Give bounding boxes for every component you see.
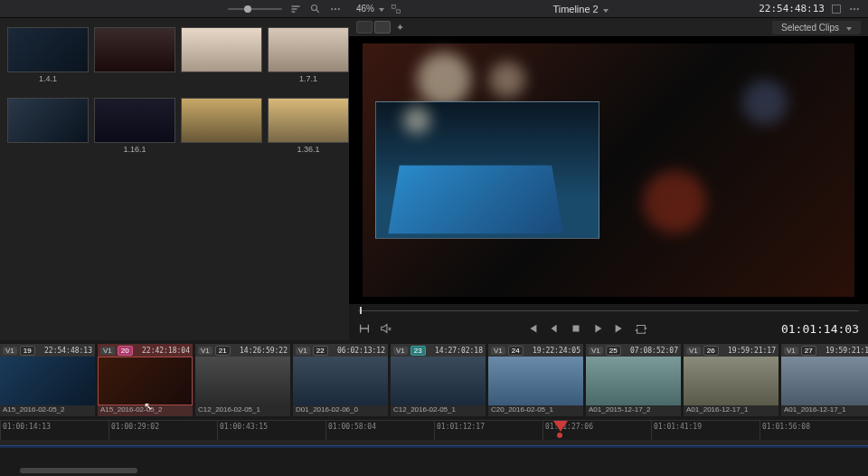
ruler-tick: 01:00:58:04 [326, 421, 434, 440]
clip-thumbnail [488, 357, 583, 405]
filmstrip-clip[interactable]: V1 20 22:42:18:04 A15_2016-02-05_2 [98, 344, 193, 416]
filmstrip-clip[interactable]: V1 25 07:08:52:07 A01_2015-12-17_2 [586, 344, 681, 416]
scrollbar-thumb[interactable] [20, 468, 137, 473]
clip-header: V1 19 22:54:48:13 [0, 344, 95, 357]
clip-thumbnail [586, 357, 681, 405]
expand-viewer-icon[interactable] [390, 3, 402, 15]
play-icon[interactable] [591, 322, 604, 335]
clip-thumbnail [391, 357, 486, 405]
chevron-down-icon [601, 4, 609, 14]
clip-timecode: 06:02:13:12 [337, 347, 385, 355]
clip-header: V1 26 19:59:21:17 [684, 344, 778, 357]
viewer-canvas[interactable] [349, 36, 868, 304]
header-timecode[interactable]: 22:54:48:13 [759, 3, 825, 14]
media-clip[interactable]: 1.4.1 [7, 27, 89, 83]
prev-frame-icon[interactable] [548, 322, 561, 335]
lower-area: V1 19 22:54:48:13 A15_2016-02-05_2 V1 20… [0, 340, 868, 476]
clip-timecode: 19:59:21:17 [826, 347, 868, 355]
svg-point-9 [857, 7, 859, 9]
filmstrip-clip[interactable]: V1 26 19:59:21:17 A01_2016-12-17_1 [684, 344, 778, 416]
clip-timecode: 14:27:02:18 [435, 347, 483, 355]
clip-number: 25 [606, 346, 621, 356]
viewer-panel: 46% Timeline 2 22:54:48:13 ✦ Selected Cl… [349, 0, 868, 340]
clip-header: V1 24 19:22:24:05 [488, 344, 583, 357]
track-badge: V1 [491, 347, 505, 355]
clip-thumbnail [781, 357, 868, 405]
clip-header: V1 20 22:42:18:04 [98, 344, 193, 357]
timeline-ruler[interactable]: 01:00:14:1301:00:29:0201:00:43:1501:00:5… [0, 420, 868, 440]
clip-number: 24 [508, 346, 524, 356]
clip-header: V1 23 14:27:02:18 [391, 344, 486, 357]
clip-filename: A15_2016-02-05_2 [98, 405, 193, 416]
viewer-frame-image [363, 43, 854, 297]
filmstrip-clip[interactable]: V1 23 14:27:02:18 C12_2016-02-05_1 [391, 344, 486, 416]
media-clip[interactable] [181, 27, 262, 83]
fullscreen-icon[interactable] [830, 3, 843, 15]
view-mode-single[interactable] [356, 21, 373, 33]
track-badge: V1 [100, 347, 115, 355]
media-clip[interactable]: 1.7.1 [268, 27, 349, 83]
clip-timecode: 14:26:59:22 [240, 347, 288, 355]
clip-thumbnail [293, 357, 388, 405]
timeline-title[interactable]: Timeline 2 [410, 4, 751, 14]
clip-filename: C12_2016-02-05_1 [195, 405, 290, 416]
clip-timecode: 19:22:24:05 [533, 347, 580, 355]
timeline-scrollbar[interactable] [0, 465, 868, 476]
clip-thumbnail [98, 357, 193, 405]
clip-timecode: 22:54:48:13 [44, 347, 92, 355]
ruler-tick: 01:01:41:19 [651, 421, 760, 440]
filmstrip-clip[interactable]: V1 21 14:26:59:22 C12_2016-02-05_1 [195, 344, 290, 416]
next-frame-icon[interactable] [613, 322, 626, 335]
chevron-down-icon [377, 4, 384, 14]
svg-point-0 [312, 5, 317, 10]
clip-label: 1.16.1 [94, 145, 175, 154]
viewer-options-icon[interactable] [848, 3, 861, 15]
filmstrip-clip[interactable]: V1 24 19:22:24:05 C20_2016-02-05_1 [488, 344, 583, 416]
ruler-tick: 01:01:56:08 [760, 421, 868, 440]
track-badge: V1 [784, 347, 798, 355]
svg-point-2 [335, 7, 336, 9]
clip-number: 20 [118, 346, 133, 356]
loop-icon[interactable] [635, 322, 647, 335]
svg-point-3 [338, 7, 340, 9]
filmstrip-clip[interactable]: V1 27 19:59:21:17 A01_2016-12-17_1 [781, 344, 868, 416]
svg-point-1 [331, 7, 333, 9]
thumbnail-zoom-slider[interactable] [228, 8, 282, 10]
track-badge: V1 [393, 347, 408, 355]
filmstrip-clip[interactable]: V1 19 22:54:48:13 A15_2016-02-05_2 [0, 344, 95, 416]
clip-filename: C20_2016-02-05_1 [488, 405, 583, 416]
clip-filename: A01_2016-12-17_1 [684, 405, 778, 416]
clip-label: 1.4.1 [7, 74, 89, 83]
filmstrip-clip[interactable]: V1 22 06:02:13:12 D01_2016-02-06_0 [293, 344, 388, 416]
clip-filename: D01_2016-02-06_0 [293, 405, 388, 416]
search-icon[interactable] [309, 3, 322, 15]
clip-number: 19 [20, 346, 35, 356]
clip-header: V1 22 06:02:13:12 [293, 344, 388, 357]
media-pool-toolbar [0, 0, 349, 18]
view-mode-grid[interactable] [374, 21, 391, 33]
media-clip[interactable]: 1.36.1 [268, 98, 349, 154]
in-out-icon[interactable] [358, 322, 371, 335]
mute-icon[interactable] [380, 322, 392, 335]
transport-timecode[interactable]: 01:01:14:03 [781, 322, 859, 336]
jump-first-icon[interactable] [526, 322, 539, 335]
media-clip[interactable] [7, 98, 89, 154]
viewer-scrub-bar[interactable] [349, 304, 868, 317]
clips-filter-dropdown[interactable]: Selected Clips [772, 21, 861, 34]
image-wipe-icon[interactable]: ✦ [396, 22, 404, 33]
chevron-down-icon [844, 23, 852, 33]
clip-thumbnail [0, 357, 95, 405]
media-clip[interactable] [181, 98, 262, 154]
timeline-marker[interactable] [557, 433, 562, 438]
scrub-playhead[interactable] [360, 307, 362, 314]
picture-in-picture-overlay [375, 101, 599, 239]
options-icon[interactable] [329, 3, 342, 15]
ruler-tick: 01:00:29:02 [108, 421, 217, 440]
svg-point-7 [850, 7, 852, 9]
track-badge: V1 [686, 347, 701, 355]
viewer-zoom-dropdown[interactable]: 46% [356, 4, 384, 14]
sort-icon[interactable] [289, 3, 302, 15]
media-clip[interactable] [94, 27, 175, 83]
stop-icon[interactable] [570, 322, 582, 335]
media-clip[interactable]: 1.16.1 [94, 98, 175, 154]
